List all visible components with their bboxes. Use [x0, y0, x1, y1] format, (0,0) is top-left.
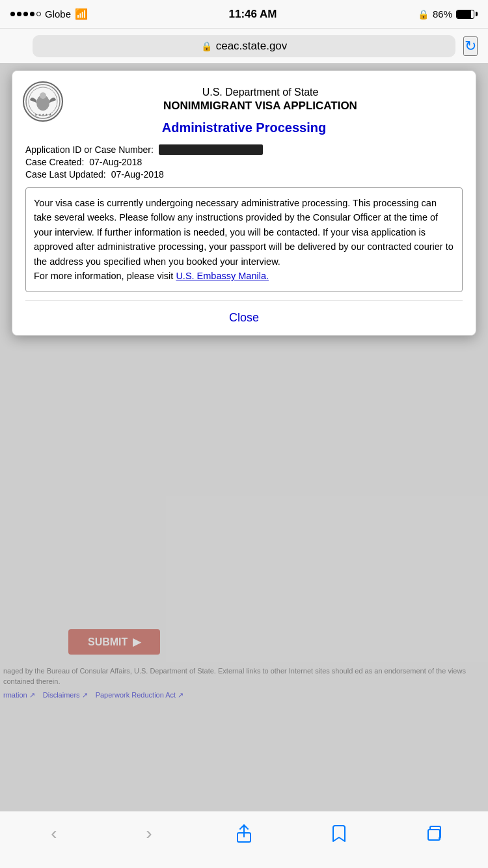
- forward-icon: ›: [146, 823, 152, 844]
- app-id-row: Application ID or Case Number:: [25, 144, 463, 155]
- signal-strength: [10, 12, 41, 16]
- url-input[interactable]: 🔒 ceac.state.gov: [33, 35, 455, 57]
- state-dept-seal: ★ ★ ★ ★ ★: [23, 81, 63, 122]
- back-icon: ‹: [51, 823, 57, 844]
- browser-content: SUBMIT ▶ naged by the Bureau of Consular…: [0, 64, 488, 811]
- embassy-link[interactable]: U.S. Embassy Manila.: [176, 271, 269, 281]
- seal-image: ★ ★ ★ ★ ★: [23, 81, 63, 122]
- admin-processing-modal: ★ ★ ★ ★ ★ U.S. Department of State NONIM…: [12, 70, 476, 336]
- battery-percent: 86%: [433, 8, 452, 20]
- bottom-nav-bar: ‹ ›: [0, 811, 488, 868]
- share-button[interactable]: [228, 819, 260, 848]
- bookmarks-icon: [330, 824, 348, 843]
- svg-text:★ ★ ★ ★ ★: ★ ★ ★ ★ ★: [34, 113, 52, 116]
- battery-icon: [456, 10, 478, 19]
- close-button[interactable]: Close: [229, 311, 259, 325]
- share-icon: [236, 824, 252, 843]
- modal-close-section: Close: [25, 300, 463, 335]
- case-updated-row: Case Last Updated: 07-Aug-2018: [25, 169, 463, 180]
- svg-rect-6: [428, 830, 440, 840]
- battery-tip: [476, 12, 478, 16]
- signal-dot-3: [23, 12, 28, 16]
- case-created-value: 07-Aug-2018: [89, 157, 142, 167]
- battery-fill: [457, 10, 471, 18]
- modal-title: NONIMMIGRANT VISA APPLICATION: [58, 100, 463, 113]
- status-bar: Globe 📶 11:46 AM 🔒 86%: [0, 0, 488, 29]
- reload-button[interactable]: ↻: [463, 36, 478, 56]
- status-left: Globe 📶: [10, 8, 88, 20]
- case-updated-label: Case Last Updated:: [25, 169, 106, 180]
- case-created-label: Case Created:: [25, 157, 84, 167]
- url-text: ceac.state.gov: [216, 40, 288, 53]
- secure-lock-icon: 🔒: [201, 41, 212, 51]
- back-button[interactable]: ‹: [38, 819, 70, 848]
- message-box: Your visa case is currently undergoing n…: [25, 187, 463, 292]
- signal-dot-4: [30, 12, 34, 16]
- case-updated-value: 07-Aug-2018: [111, 169, 164, 180]
- bookmarks-button[interactable]: [323, 819, 355, 848]
- modal-header: U.S. Department of State NONIMMIGRANT VI…: [25, 87, 463, 113]
- case-created-row: Case Created: 07-Aug-2018: [25, 157, 463, 167]
- lock-status-icon: 🔒: [418, 9, 429, 20]
- svg-point-3: [40, 92, 46, 99]
- tabs-button[interactable]: [418, 819, 450, 848]
- signal-dot-5: [36, 12, 41, 16]
- carrier-name: Globe: [45, 8, 71, 20]
- app-id-label: Application ID or Case Number:: [25, 144, 154, 155]
- forward-button[interactable]: ›: [133, 819, 165, 848]
- wifi-icon: 📶: [75, 8, 88, 20]
- signal-dot-2: [17, 12, 21, 16]
- status-time: 11:46 AM: [228, 8, 277, 21]
- signal-dot-1: [10, 12, 15, 16]
- url-bar: 🔒 ceac.state.gov ↻: [0, 29, 488, 64]
- status-right: 🔒 86%: [418, 8, 478, 20]
- modal-status: Administrative Processing: [25, 120, 463, 135]
- tabs-icon: [425, 824, 443, 843]
- app-id-value: [159, 144, 263, 155]
- dept-name: U.S. Department of State: [58, 87, 463, 98]
- message-text: Your visa case is currently undergoing n…: [34, 198, 454, 281]
